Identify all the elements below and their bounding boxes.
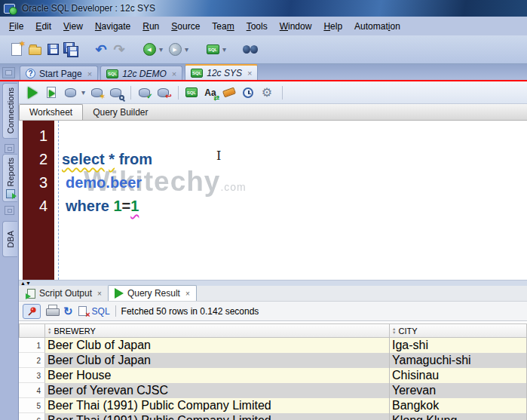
settings-icon[interactable]: ⚙ [259,84,275,101]
tab-query-builder[interactable]: Query Builder [83,105,158,120]
cell-brewery[interactable]: Beer House [45,368,390,383]
menu-navigate[interactable]: Navigate [89,18,136,35]
sidebar-item-reports[interactable]: Reports [2,154,17,202]
query-result-icon [115,288,124,299]
margin-guide-line [58,121,59,280]
menu-window[interactable]: Window [274,18,318,35]
redo-icon[interactable]: ↷ [110,41,128,59]
cell-city[interactable]: Yamaguchi-shi [390,353,527,368]
sidebar-item-connections[interactable]: Connections [2,83,17,139]
line-number: 4 [23,195,54,218]
title-bar[interactable]: Oracle SQL Developer : 12c SYS [0,0,527,17]
table-row[interactable]: 2 Beer Club of Japan Yamaguchi-shi [19,353,527,368]
sql-tuning-icon[interactable] [107,84,124,101]
cell-brewery[interactable]: Beer Club of Japan [45,353,390,368]
refresh-icon[interactable]: ↻ [63,305,73,318]
show-sql-button[interactable]: SQL [92,306,110,317]
panel-splitter[interactable]: ▲▼ [19,280,527,286]
back-dropdown-icon[interactable]: ▾ [159,45,163,54]
tab-script-output[interactable]: Script Output × [21,286,108,301]
worksheet-panel: ▾ ✶ ✓ ↩ SQL Aa⇄ ⚙ Worksheet Query Builde… [19,81,527,280]
save-all-icon[interactable] [62,41,80,59]
cell-city[interactable]: Klong Klung [390,413,527,420]
menu-view[interactable]: View [57,18,89,35]
autotrace-icon[interactable]: ✶ [88,84,105,101]
restore-window-icon[interactable] [5,144,14,153]
unshared-worksheet-icon[interactable]: SQL [183,84,200,101]
pin-icon[interactable] [23,304,41,319]
main-toolbar: ✶ ↶ ↷ ◀ ▾ ▶ ▾ SQL ▾ [0,35,527,64]
pushpin-icon [26,306,37,317]
explain-plan-icon[interactable] [62,84,78,101]
cell-city[interactable]: Bangkok [390,398,527,413]
worksheet-tab-row: Worksheet Query Builder [19,104,527,121]
explain-plan-dropdown-icon[interactable]: ▾ [81,88,85,97]
cell-brewery[interactable]: Beer Thai (1991) Public Company Limited [45,398,390,413]
close-icon[interactable]: × [185,290,190,298]
menu-edit[interactable]: Edit [29,18,57,35]
help-icon: ? [26,69,35,78]
print-icon[interactable] [46,307,58,317]
run-statement-icon[interactable] [24,84,41,101]
cell-brewery[interactable]: Beer Thai (1991) Public Company Limited [45,413,390,420]
table-row[interactable]: 6 Beer Thai (1991) Public Company Limite… [19,413,527,420]
query-result-toolbar: ↻ × SQL Fetched 50 rows in 0.142 seconds [19,302,527,321]
new-file-icon[interactable]: ✶ [8,41,26,59]
cell-city[interactable]: Yerevan [390,383,527,398]
save-icon[interactable] [44,41,62,59]
close-icon[interactable]: × [87,69,92,78]
row-number: 3 [19,368,45,383]
delete-result-icon[interactable]: × [78,306,87,316]
run-script-icon[interactable] [43,84,60,101]
window-title: Oracle SQL Developer : 12c SYS [22,3,155,14]
cell-city[interactable]: Iga-shi [390,338,527,353]
close-icon[interactable]: × [97,290,102,298]
row-number-header[interactable] [19,323,45,338]
connections-icon[interactable]: SQL [204,41,222,59]
sql-history-icon[interactable] [240,84,256,101]
forward-icon[interactable]: ▶ [166,41,184,59]
sidebar-item-dba[interactable]: DBA [2,221,17,257]
line-number: 2 [23,148,54,171]
table-row[interactable]: 1 Beer Club of Japan Iga-shi [19,338,527,353]
commit-icon[interactable]: ✓ [136,84,152,101]
menu-run[interactable]: Run [136,18,165,35]
table-row[interactable]: 5 Beer Thai (1991) Public Company Limite… [19,398,527,413]
menu-team[interactable]: Team [206,18,240,35]
column-header-city[interactable]: ▲▼ CITY [390,323,527,338]
search-icon[interactable] [241,41,259,59]
connections-dropdown-icon[interactable]: ▾ [222,45,226,54]
cell-brewery[interactable]: Beer Club of Japan [45,338,390,353]
menu-tools[interactable]: Tools [241,18,274,35]
table-row[interactable]: 3 Beer House Chisinau [19,368,527,383]
tab-12c-sys[interactable]: SQL 12c SYS × [185,64,258,81]
menu-file[interactable]: File [3,18,29,35]
back-icon[interactable]: ◀ [140,41,158,59]
worksheet-toolbar: ▾ ✶ ✓ ↩ SQL Aa⇄ ⚙ [19,81,527,104]
cell-brewery[interactable]: Beer of Yerevan CJSC [45,383,390,398]
rollback-icon[interactable]: ↩ [155,84,171,101]
close-icon[interactable]: × [172,69,176,78]
undo-icon[interactable]: ↶ [92,41,110,59]
tab-12c-demo[interactable]: SQL 12c DEMO × [100,66,182,81]
restore-window-icon[interactable] [5,206,14,215]
cell-city[interactable]: Chisinau [390,368,527,383]
close-icon[interactable]: × [247,69,252,78]
menu-help[interactable]: Help [317,18,348,35]
app-window: Oracle SQL Developer : 12c SYS File Edit… [0,0,527,420]
open-folder-icon[interactable] [26,41,44,59]
menu-source[interactable]: Source [165,18,206,35]
tab-worksheet[interactable]: Worksheet [19,104,83,120]
change-case-icon[interactable]: Aa⇄ [202,84,219,101]
forward-dropdown-icon[interactable]: ▾ [185,45,188,54]
table-row[interactable]: 4 Beer of Yerevan CJSC Yerevan [19,383,527,398]
column-header-brewery[interactable]: ▲▼ BREWERY [45,323,390,338]
splitter-collapse-icon[interactable]: ▲▼ [20,281,31,286]
output-tab-row: Script Output × Query Result × [19,286,527,302]
sql-editor[interactable]: 1 2 3 4 Wikitechy.com select * from demo… [19,121,527,280]
tab-start-page[interactable]: ? Start Page × [20,66,98,81]
tab-query-result[interactable]: Query Result × [108,285,197,301]
menu-automation[interactable]: Automation [348,18,406,35]
clear-icon[interactable] [221,84,237,101]
dock-window-icon[interactable] [2,67,15,78]
